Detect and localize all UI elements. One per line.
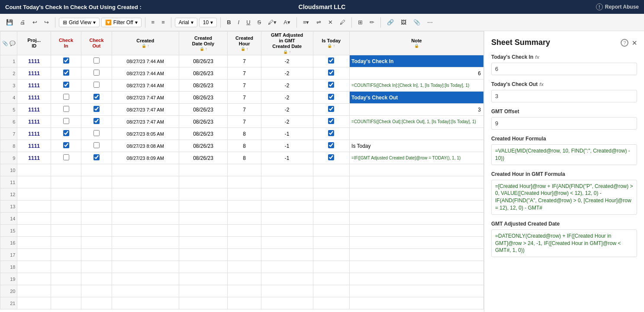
cell-gmt-adj[interactable]: -2: [261, 67, 313, 80]
cell-check-out[interactable]: [81, 104, 112, 116]
col-header-created-date-only[interactable]: CreatedDate Only 🔒 ↑: [179, 32, 228, 55]
checkbox-check-in[interactable]: [63, 70, 69, 76]
cell-gmt-adj[interactable]: -2: [261, 55, 313, 67]
empty-cell[interactable]: [17, 261, 51, 273]
empty-cell[interactable]: [17, 188, 51, 201]
table-row[interactable]: 1111108/27/23 7:44 AM08/26/237-2Today's …: [0, 55, 484, 67]
empty-cell[interactable]: [261, 213, 313, 225]
empty-cell[interactable]: [112, 176, 179, 188]
clear-format-button[interactable]: ✕: [325, 17, 335, 27]
cell-created-hour[interactable]: 7: [228, 92, 261, 104]
empty-cell[interactable]: [81, 297, 112, 309]
empty-cell[interactable]: [313, 225, 350, 237]
cell-is-today[interactable]: [313, 55, 350, 67]
table-button[interactable]: ⊞: [355, 17, 365, 27]
empty-cell[interactable]: [261, 261, 313, 273]
empty-cell[interactable]: [313, 285, 350, 297]
empty-cell[interactable]: [313, 261, 350, 273]
col-header-is-today[interactable]: Is Today 🔒 ↑: [313, 32, 350, 55]
empty-cell[interactable]: [313, 176, 350, 188]
empty-cell[interactable]: [112, 188, 179, 201]
empty-cell[interactable]: [51, 285, 81, 297]
cell-created-date[interactable]: 08/26/23: [179, 55, 228, 67]
cell-note[interactable]: =COUNTIFS([Check In]:[Check In], 1, [Is …: [350, 80, 484, 92]
col-header-created-hour[interactable]: CreatedHour 🔒 ↑: [228, 32, 261, 55]
cell-note[interactable]: 3: [350, 104, 484, 116]
cell-check-out[interactable]: [81, 55, 112, 67]
empty-cell[interactable]: [261, 285, 313, 297]
empty-cell[interactable]: [17, 164, 51, 176]
empty-cell[interactable]: [350, 261, 484, 273]
empty-cell[interactable]: [350, 237, 484, 249]
checkbox-is-today[interactable]: [328, 70, 334, 76]
cell-gmt-adj[interactable]: -1: [261, 140, 313, 152]
cell-created-hour[interactable]: 7: [228, 55, 261, 67]
cell-proj-id[interactable]: 1111: [17, 55, 51, 67]
cell-note[interactable]: Is Today: [350, 140, 484, 152]
empty-cell[interactable]: [228, 297, 261, 309]
draw-button[interactable]: ✏: [367, 17, 377, 27]
empty-cell[interactable]: [179, 201, 228, 213]
cell-proj-id[interactable]: 1111: [17, 67, 51, 80]
undo-button[interactable]: ↩: [30, 17, 40, 27]
checkbox-check-out[interactable]: [93, 57, 100, 64]
empty-cell[interactable]: [179, 176, 228, 188]
cell-check-in[interactable]: [51, 152, 81, 164]
empty-cell[interactable]: [261, 273, 313, 285]
cell-is-today[interactable]: [313, 92, 350, 104]
cell-proj-id[interactable]: 1111: [17, 80, 51, 92]
empty-cell[interactable]: [17, 201, 51, 213]
cell-check-in[interactable]: [51, 80, 81, 92]
cell-check-out[interactable]: [81, 140, 112, 152]
close-panel-button[interactable]: ×: [632, 38, 637, 47]
cell-note[interactable]: 6: [350, 67, 484, 80]
empty-cell[interactable]: [228, 225, 261, 237]
cell-created-date[interactable]: 08/26/23: [179, 140, 228, 152]
checkbox-check-out[interactable]: [93, 130, 100, 136]
grid-view-dropdown[interactable]: ⊞ Grid View ▾: [59, 18, 100, 27]
empty-cell[interactable]: [51, 188, 81, 201]
attachment-button[interactable]: 📎: [411, 17, 423, 27]
cell-check-out[interactable]: [81, 80, 112, 92]
cell-proj-id[interactable]: 1111: [17, 116, 51, 128]
empty-cell[interactable]: [261, 201, 313, 213]
align-right-button[interactable]: ≡: [159, 17, 167, 27]
cell-is-today[interactable]: [313, 140, 350, 152]
col-header-proj-id[interactable]: Proj...ID: [17, 32, 51, 55]
col-header-gmt-adjusted[interactable]: GMT Adjustedin GMTCreated Date 🔒 ↑: [261, 32, 313, 55]
cell-check-in[interactable]: [51, 55, 81, 67]
empty-cell[interactable]: [350, 285, 484, 297]
empty-cell[interactable]: [313, 237, 350, 249]
empty-cell[interactable]: [228, 164, 261, 176]
empty-cell[interactable]: [313, 273, 350, 285]
empty-cell[interactable]: [228, 285, 261, 297]
report-abuse[interactable]: ! Report Abuse: [596, 3, 639, 10]
empty-cell[interactable]: [313, 201, 350, 213]
checkbox-is-today[interactable]: [328, 118, 334, 124]
empty-cell[interactable]: [81, 237, 112, 249]
empty-cell[interactable]: [179, 225, 228, 237]
empty-cell[interactable]: [261, 225, 313, 237]
checkbox-is-today[interactable]: [328, 57, 334, 64]
empty-cell[interactable]: [81, 225, 112, 237]
checkbox-is-today[interactable]: [328, 106, 334, 112]
checkbox-is-today[interactable]: [328, 130, 334, 136]
empty-cell[interactable]: [17, 249, 51, 261]
cell-is-today[interactable]: [313, 116, 350, 128]
align-left-button[interactable]: ≡: [149, 17, 158, 27]
cell-gmt-adj[interactable]: -2: [261, 116, 313, 128]
cell-created-hour[interactable]: 8: [228, 152, 261, 164]
empty-cell[interactable]: [17, 176, 51, 188]
checkbox-check-in[interactable]: [63, 118, 69, 124]
empty-cell[interactable]: [313, 164, 350, 176]
table-row[interactable]: 8111108/27/23 8:08 AM08/26/238-1Is Today: [0, 140, 484, 152]
empty-cell[interactable]: [51, 273, 81, 285]
cell-created-hour[interactable]: 7: [228, 80, 261, 92]
cell-is-today[interactable]: [313, 104, 350, 116]
checkbox-check-out[interactable]: [93, 94, 100, 100]
empty-cell[interactable]: [179, 261, 228, 273]
empty-cell[interactable]: [51, 237, 81, 249]
cell-created[interactable]: 08/27/23 8:05 AM: [112, 128, 179, 140]
empty-cell[interactable]: [228, 261, 261, 273]
cell-gmt-adj[interactable]: -1: [261, 152, 313, 164]
